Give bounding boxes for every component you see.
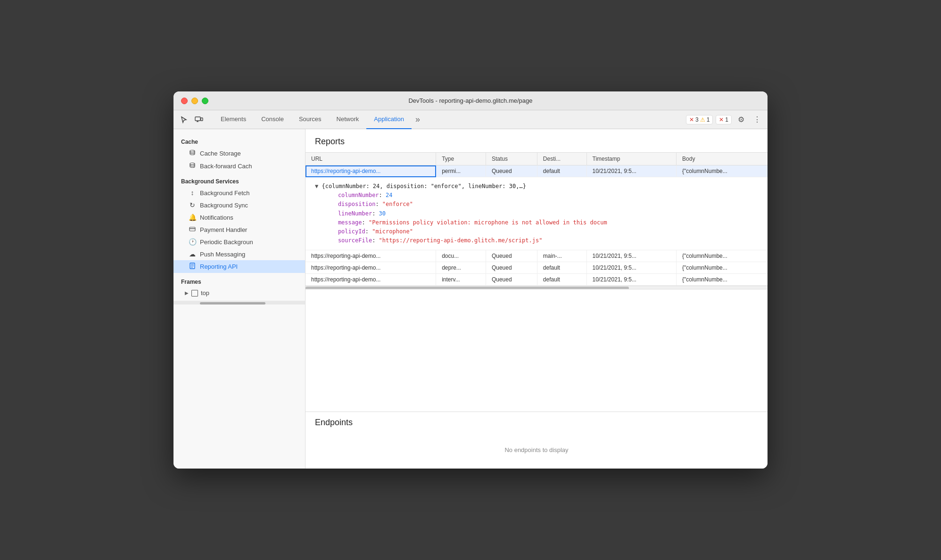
toolbar-right: ✕ 3 ⚠ 1 ✕ 1 ⚙ ⋮ xyxy=(686,113,764,126)
notifications-icon: 🔔 xyxy=(189,214,196,221)
payment-handler-icon xyxy=(189,226,196,233)
json-key-columnNumber: columnNumber xyxy=(324,192,379,198)
collapse-triangle[interactable]: ▼ xyxy=(315,183,318,189)
cell-dest: default xyxy=(537,274,586,286)
json-val-disposition: "enforce" xyxy=(382,201,413,207)
toolbar: Elements Console Sources Network Applica… xyxy=(173,110,768,129)
sidebar-item-background-sync[interactable]: ↻ Background Sync xyxy=(173,199,305,211)
json-key-sourceFile: sourceFile xyxy=(324,237,372,244)
col-header-timestamp: Timestamp xyxy=(586,153,677,165)
close-icon: ✕ xyxy=(719,116,724,123)
sidebar: Cache Cache Storage xyxy=(173,129,305,469)
scrollbar-thumb xyxy=(305,287,629,289)
back-forward-cache-label: Back-forward Cach xyxy=(200,163,252,170)
cell-body: {"columnNumbe... xyxy=(677,274,768,286)
json-colon-2: : xyxy=(375,201,382,207)
sidebar-item-reporting-api[interactable]: Reporting API xyxy=(173,260,305,273)
cell-url: https://reporting-api-demo... xyxy=(305,262,436,274)
titlebar: DevTools - reporting-api-demo.glitch.me/… xyxy=(173,91,768,110)
table-row[interactable]: https://reporting-api-demo... permi... Q… xyxy=(305,165,768,177)
col-header-dest: Desti... xyxy=(537,153,586,165)
push-messaging-icon: ☁ xyxy=(189,250,196,258)
error-count: 3 xyxy=(695,116,699,123)
svg-rect-0 xyxy=(195,117,200,121)
cell-dest: default xyxy=(537,165,586,177)
warning-icon: ⚠ xyxy=(700,116,705,123)
svg-rect-6 xyxy=(190,227,195,231)
frame-icon xyxy=(191,290,198,296)
col-header-body: Body xyxy=(677,153,768,165)
cell-type: depre... xyxy=(436,262,486,274)
background-sync-icon: ↻ xyxy=(189,201,196,209)
cell-dest: main-... xyxy=(537,250,586,262)
no-endpoints-message: No endpoints to display xyxy=(315,437,758,463)
bg-services-section-title: Background Services xyxy=(173,173,305,187)
table-row[interactable]: https://reporting-api-demo... interv... … xyxy=(305,274,768,286)
col-header-type: Type xyxy=(436,153,486,165)
cursor-icon[interactable] xyxy=(177,113,190,126)
sidebar-item-top[interactable]: ▶ top xyxy=(173,287,305,299)
svg-point-4 xyxy=(190,150,195,152)
periodic-bg-icon: 🕐 xyxy=(189,238,196,246)
sidebar-item-payment-handler[interactable]: Payment Handler xyxy=(173,223,305,236)
json-colon-6: : xyxy=(372,237,379,244)
json-val-sourceFile: "https://reporting-api-demo.glitch.me/sc… xyxy=(379,237,543,244)
tab-elements[interactable]: Elements xyxy=(213,110,254,129)
close-badge[interactable]: ✕ 1 xyxy=(716,115,732,124)
error-badge[interactable]: ✕ 3 ⚠ 1 xyxy=(686,115,713,124)
sidebar-item-cache-storage[interactable]: Cache Storage xyxy=(173,147,305,160)
cell-dest: default xyxy=(537,262,586,274)
tab-network[interactable]: Network xyxy=(329,110,367,129)
error-icon: ✕ xyxy=(689,116,694,123)
settings-icon[interactable]: ⚙ xyxy=(735,113,748,126)
tab-application[interactable]: Application xyxy=(366,110,412,129)
more-options-icon[interactable]: ⋮ xyxy=(751,113,764,126)
tab-console[interactable]: Console xyxy=(254,110,291,129)
json-colon-3: : xyxy=(372,210,379,217)
maximize-button[interactable] xyxy=(202,98,208,104)
cache-section-title: Cache xyxy=(173,133,305,147)
table-row[interactable]: https://reporting-api-demo... depre... Q… xyxy=(305,262,768,274)
json-viewer: ▼ {columnNumber: 24, disposition: "enfor… xyxy=(305,177,768,250)
background-sync-label: Background Sync xyxy=(200,202,248,209)
cell-status: Queued xyxy=(486,250,537,262)
sidebar-item-periodic-background[interactable]: 🕐 Periodic Backgroun xyxy=(173,236,305,248)
sidebar-item-push-messaging[interactable]: ☁ Push Messaging xyxy=(173,248,305,260)
json-key-lineNumber: lineNumber xyxy=(324,210,372,217)
horizontal-scrollbar[interactable] xyxy=(305,286,768,289)
cell-timestamp: 10/21/2021, 9:5... xyxy=(586,262,677,274)
minimize-button[interactable] xyxy=(191,98,198,104)
sidebar-item-background-fetch[interactable]: ↕ Background Fetch xyxy=(173,187,305,199)
back-forward-cache-icon xyxy=(189,162,196,170)
sidebar-item-back-forward-cache[interactable]: Back-forward Cach xyxy=(173,160,305,173)
background-fetch-label: Background Fetch xyxy=(200,189,250,197)
traffic-lights xyxy=(181,98,208,104)
cell-type: interv... xyxy=(436,274,486,286)
warning-count: 1 xyxy=(707,116,710,123)
sidebar-scrollbar[interactable] xyxy=(173,301,305,305)
json-colon-4: : xyxy=(362,219,368,226)
sidebar-item-notifications[interactable]: 🔔 Notifications xyxy=(173,211,305,223)
cell-status: Queued xyxy=(486,262,537,274)
background-fetch-icon: ↕ xyxy=(189,189,196,197)
svg-rect-1 xyxy=(201,118,203,121)
reports-title: Reports xyxy=(305,129,768,152)
table-row[interactable]: https://reporting-api-demo... docu... Qu… xyxy=(305,250,768,262)
json-val-lineNumber: 30 xyxy=(379,210,386,217)
col-header-status: Status xyxy=(486,153,537,165)
json-key-policyId: policyId xyxy=(324,228,365,235)
json-colon-5: : xyxy=(365,228,372,235)
content: Cache Cache Storage xyxy=(173,129,768,469)
device-icon[interactable] xyxy=(192,113,206,126)
push-messaging-label: Push Messaging xyxy=(200,251,245,258)
tab-sources[interactable]: Sources xyxy=(291,110,329,129)
json-val-policyId: "microphone" xyxy=(372,228,413,235)
close-count: 1 xyxy=(725,116,728,123)
more-tabs-button[interactable]: » xyxy=(412,110,424,129)
reports-table-container: URL Type Status Desti... Timestamp Body … xyxy=(305,152,768,286)
close-button[interactable] xyxy=(181,98,188,104)
json-colon-1: : xyxy=(379,192,386,198)
cell-body: {"columnNumbe... xyxy=(677,250,768,262)
periodic-bg-label: Periodic Backgroun xyxy=(200,239,253,246)
cell-type: docu... xyxy=(436,250,486,262)
